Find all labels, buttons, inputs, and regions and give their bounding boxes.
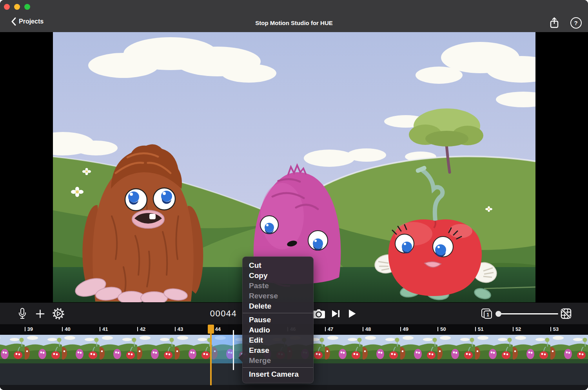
ruler-tick xyxy=(513,327,514,331)
overlay-slider-knob[interactable] xyxy=(495,311,501,317)
menu-item-reverse: Reverse xyxy=(243,291,313,301)
ruler-tick xyxy=(100,327,100,331)
scrub-position-indicator xyxy=(233,330,234,370)
record-audio-button[interactable] xyxy=(16,303,29,325)
frame-thumbnail[interactable] xyxy=(25,335,62,363)
minimize-window-button[interactable] xyxy=(14,4,20,10)
frame-thumbnail[interactable] xyxy=(175,335,212,363)
menu-item-merge: Merge xyxy=(243,356,313,366)
menu-item-edit[interactable]: Edit xyxy=(243,335,313,345)
page-title: Stop Motion Studio for HUE xyxy=(0,20,588,26)
context-menu: CutCopyPasteReverseDeletePauseAudioEditE… xyxy=(242,256,314,383)
frame-number-50: 50 xyxy=(440,326,446,332)
ruler-tick xyxy=(325,327,326,331)
context-menu-arrow xyxy=(238,354,243,362)
menu-item-audio[interactable]: Audio xyxy=(243,325,313,335)
skip-to-end-icon xyxy=(331,309,340,318)
playhead-line xyxy=(210,325,212,385)
menu-divider xyxy=(243,313,313,313)
share-button[interactable] xyxy=(547,16,561,30)
timeline-bottom-strip xyxy=(0,385,588,390)
ruler-tick xyxy=(437,327,438,331)
frame-thumbnail[interactable] xyxy=(437,335,475,363)
ruler-tick xyxy=(175,327,176,331)
help-icon: ? xyxy=(570,17,582,29)
share-icon xyxy=(549,17,559,29)
frame-number-39: 39 xyxy=(27,326,33,332)
frame-thumbnail[interactable] xyxy=(513,335,550,363)
frame-thumbnail[interactable] xyxy=(100,335,137,363)
playhead-handle[interactable] xyxy=(208,325,214,334)
menu-item-pause[interactable]: Pause xyxy=(243,315,313,325)
frame-number-42: 42 xyxy=(140,326,145,332)
ruler-tick xyxy=(400,327,401,331)
frame-number-53: 53 xyxy=(553,326,559,332)
play-button[interactable] xyxy=(346,303,358,325)
ruler-tick xyxy=(475,327,476,331)
camera-icon xyxy=(312,309,325,319)
playback-settings-button[interactable] xyxy=(51,303,65,325)
menu-item-copy[interactable]: Copy xyxy=(243,271,313,281)
frame-number-41: 41 xyxy=(102,326,108,332)
frame-thumbnail[interactable] xyxy=(0,335,25,363)
frame-number-44: 44 xyxy=(215,326,221,332)
frame-thumbnail[interactable] xyxy=(400,335,438,363)
menu-item-cut[interactable]: Cut xyxy=(243,260,313,271)
playback-settings-icon xyxy=(52,307,65,320)
close-window-button[interactable] xyxy=(4,4,10,10)
frame-thumbnail[interactable] xyxy=(137,335,175,363)
ruler-tick xyxy=(62,327,63,331)
frame-thumbnail[interactable] xyxy=(363,335,400,363)
help-button[interactable]: ? xyxy=(569,16,583,30)
frame-number-47: 47 xyxy=(328,326,333,332)
title-bar: Projects Stop Motion Studio for HUE ? xyxy=(0,0,588,32)
ruler-tick xyxy=(137,327,138,331)
app-window: Projects Stop Motion Studio for HUE ? xyxy=(0,0,588,390)
frame-thumbnail[interactable] xyxy=(62,335,100,363)
frame-thumbnail[interactable] xyxy=(550,335,588,363)
onion-skin-button[interactable]: 1 xyxy=(481,309,493,320)
ruler-tick xyxy=(550,327,551,331)
frame-number-48: 48 xyxy=(365,326,371,332)
menu-divider xyxy=(243,367,313,368)
frame-number-43: 43 xyxy=(178,326,183,332)
skip-to-end-button[interactable] xyxy=(329,303,342,325)
menu-item-insert-camera[interactable]: Insert Camera xyxy=(243,369,313,379)
grid-off-icon xyxy=(561,308,572,319)
frame-thumbnail[interactable] xyxy=(325,335,363,363)
frame-number-49: 49 xyxy=(403,326,408,332)
frame-number-40: 40 xyxy=(65,326,70,332)
microphone-icon xyxy=(18,308,27,320)
menu-item-paste: Paste xyxy=(243,281,313,291)
ruler-tick xyxy=(363,327,363,331)
menu-item-delete[interactable]: Delete xyxy=(243,301,313,311)
frame-number-51: 51 xyxy=(478,326,483,332)
menu-item-erase[interactable]: Erase xyxy=(243,345,313,356)
add-icon xyxy=(36,309,45,318)
add-frame-button[interactable] xyxy=(33,303,47,325)
window-controls xyxy=(4,4,30,10)
overlay-slider[interactable] xyxy=(496,313,558,314)
frame-number-52: 52 xyxy=(515,326,521,332)
grid-toggle-button[interactable] xyxy=(560,303,572,325)
context-menu-items: CutCopyPasteReverseDeletePauseAudioEditE… xyxy=(243,260,313,379)
ruler-tick xyxy=(25,327,25,331)
frame-counter: 00044 xyxy=(198,303,249,325)
frame-thumbnail[interactable] xyxy=(475,335,513,363)
zoom-window-button[interactable] xyxy=(24,4,30,10)
play-icon xyxy=(347,309,357,319)
